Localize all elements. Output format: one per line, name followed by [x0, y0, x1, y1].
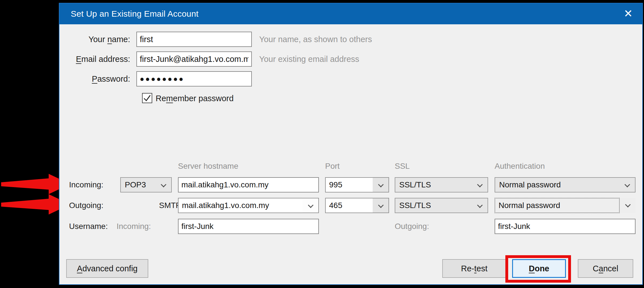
chevron-down-icon: [308, 202, 314, 208]
server-hostname-header: Server hostname: [178, 162, 238, 171]
password-label: Password:: [59, 71, 130, 86]
incoming-ssl-select[interactable]: SSL/TLS: [395, 177, 488, 192]
dropdown-button[interactable]: [373, 198, 388, 213]
chevron-down-icon: [161, 182, 166, 187]
email-address-input[interactable]: [136, 51, 252, 67]
annotation-highlight-box: [505, 255, 571, 283]
incoming-hostname-input[interactable]: [178, 177, 319, 192]
outgoing-row-label: Outgoing:: [69, 198, 103, 213]
outgoing-username-input[interactable]: [495, 219, 636, 234]
retest-button[interactable]: Re-test: [442, 259, 506, 278]
outgoing-hostname-combobox[interactable]: mail.atikahg1.vo.com.my: [178, 198, 319, 213]
checkmark-icon: [143, 94, 152, 103]
chevron-down-icon: [378, 182, 384, 187]
email-address-label: Email address:: [59, 51, 130, 67]
outgoing-auth-select[interactable]: Normal password: [495, 198, 636, 213]
email-address-hint: Your existing email address: [259, 51, 359, 67]
close-icon[interactable]: ✕: [621, 3, 635, 24]
advanced-config-button[interactable]: Advanced config: [66, 259, 148, 278]
dialog-title: Set Up an Existing Email Account: [71, 3, 199, 24]
authentication-header: Authentication: [495, 162, 545, 171]
cancel-button[interactable]: Cancel: [578, 259, 633, 278]
ssl-header: SSL: [395, 162, 410, 171]
chevron-down-icon: [477, 202, 483, 208]
titlebar: Set Up an Existing Email Account ✕: [59, 3, 642, 24]
chevron-down-icon: [624, 182, 630, 187]
incoming-port-combobox[interactable]: 995: [325, 177, 389, 192]
screenshot-stage: Set Up an Existing Email Account ✕ Your …: [0, 0, 644, 288]
incoming-auth-select[interactable]: Normal password: [495, 177, 636, 192]
chevron-down-icon: [625, 202, 631, 207]
incoming-protocol-select[interactable]: POP3: [120, 177, 172, 192]
dropdown-button[interactable]: [302, 198, 318, 213]
your-name-label: Your name:: [59, 32, 130, 47]
chevron-down-icon: [378, 202, 384, 208]
your-name-hint: Your name, as shown to others: [259, 32, 372, 47]
port-header: Port: [325, 162, 340, 171]
chevron-down-icon: [477, 182, 483, 187]
remember-password-label: Remember password: [156, 91, 234, 106]
password-input[interactable]: [136, 71, 252, 86]
username-outgoing-label: Outgoing:: [395, 219, 429, 234]
outgoing-port-combobox[interactable]: 465: [325, 198, 389, 213]
incoming-row-label: Incoming:: [69, 177, 103, 192]
account-setup-dialog: Set Up an Existing Email Account ✕ Your …: [59, 3, 643, 285]
remember-password-checkbox[interactable]: [142, 93, 152, 103]
incoming-username-input[interactable]: [178, 219, 319, 234]
dropdown-button[interactable]: [373, 178, 388, 192]
your-name-input[interactable]: [136, 32, 252, 47]
outgoing-ssl-select[interactable]: SSL/TLS: [395, 198, 488, 213]
username-incoming-label: Incoming:: [117, 219, 151, 234]
username-row-label: Username:: [69, 219, 108, 234]
